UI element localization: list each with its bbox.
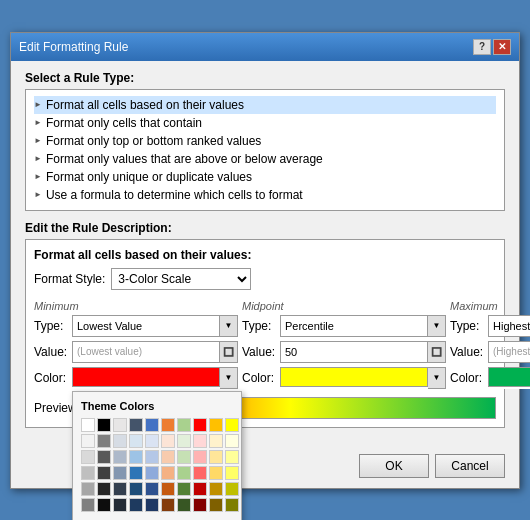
theme-color-cell[interactable] [145,434,159,448]
theme-color-cell[interactable] [129,482,143,496]
theme-color-cell[interactable] [113,498,127,512]
theme-color-cell[interactable] [145,418,159,432]
theme-color-cell[interactable] [193,482,207,496]
theme-color-cell[interactable] [97,434,111,448]
theme-color-cell[interactable] [129,498,143,512]
minimum-color-dropdown-btn[interactable]: ▼ [220,367,238,389]
minimum-type-select[interactable]: ▼ [72,315,238,337]
midpoint-type-dropdown-btn[interactable]: ▼ [427,316,445,336]
minimum-type-input[interactable] [73,316,219,336]
theme-color-cell[interactable] [81,482,95,496]
minimum-value-field[interactable]: 🔲 [72,341,238,363]
color-picker-popup: Theme Colors Standard Colors More Colors… [72,391,242,521]
rule-item-3[interactable]: Format only values that are above or bel… [34,150,496,168]
midpoint-color-dropdown-btn[interactable]: ▼ [428,367,446,389]
theme-color-cell[interactable] [209,418,223,432]
theme-color-cell[interactable] [209,466,223,480]
maximum-column: Maximum Type: ▼ Value: 🔲 [450,300,530,389]
rule-item-0[interactable]: Format all cells based on their values [34,96,496,114]
format-style-select[interactable]: 3-Color Scale 2-Color Scale Data Bar Ico… [111,268,251,290]
format-style-label: Format Style: [34,272,105,286]
theme-color-cell[interactable] [129,418,143,432]
theme-color-cell[interactable] [177,466,191,480]
theme-color-cell[interactable] [113,418,127,432]
minimum-value-pick-btn[interactable]: 🔲 [219,342,237,362]
theme-color-cell[interactable] [129,466,143,480]
theme-color-cell[interactable] [177,434,191,448]
theme-color-cell[interactable] [113,466,127,480]
theme-color-cell[interactable] [225,498,239,512]
minimum-color-swatch[interactable] [72,367,220,387]
theme-color-cell[interactable] [161,466,175,480]
theme-color-cell[interactable] [161,418,175,432]
midpoint-value-field[interactable]: 🔲 [280,341,446,363]
theme-color-cell[interactable] [209,498,223,512]
midpoint-type-select[interactable]: ▼ [280,315,446,337]
theme-color-cell[interactable] [225,418,239,432]
theme-color-cell[interactable] [81,450,95,464]
theme-color-cell[interactable] [145,498,159,512]
theme-color-cell[interactable] [113,434,127,448]
theme-color-cell[interactable] [225,482,239,496]
rule-item-5[interactable]: Use a formula to determine which cells t… [34,186,496,204]
maximum-type-select[interactable]: ▼ [488,315,530,337]
theme-color-cell[interactable] [81,418,95,432]
theme-color-cell[interactable] [209,482,223,496]
theme-color-cell[interactable] [161,498,175,512]
theme-color-cell[interactable] [97,466,111,480]
minimum-value-input[interactable] [73,342,219,362]
theme-color-cell[interactable] [129,450,143,464]
rule-item-2[interactable]: Format only top or bottom ranked values [34,132,496,150]
midpoint-color-swatch[interactable] [280,367,428,387]
theme-color-cell[interactable] [193,498,207,512]
theme-color-cell[interactable] [225,450,239,464]
midpoint-type-input[interactable] [281,316,427,336]
maximum-color-field[interactable]: ▼ [488,367,530,389]
cancel-button[interactable]: Cancel [435,454,505,478]
maximum-value-field[interactable]: 🔲 [488,341,530,363]
theme-color-cell[interactable] [145,482,159,496]
midpoint-value-input[interactable] [281,342,427,362]
theme-color-cell[interactable] [193,450,207,464]
theme-color-cell[interactable] [81,466,95,480]
theme-color-cell[interactable] [225,466,239,480]
theme-color-cell[interactable] [113,482,127,496]
theme-color-cell[interactable] [193,434,207,448]
minimum-color-field[interactable]: ▼ [72,367,238,389]
theme-color-cell[interactable] [97,482,111,496]
theme-color-cell[interactable] [161,482,175,496]
theme-color-cell[interactable] [161,434,175,448]
maximum-value-input[interactable] [489,342,530,362]
theme-color-cell[interactable] [81,498,95,512]
rule-item-1[interactable]: Format only cells that contain [34,114,496,132]
theme-color-cell[interactable] [161,450,175,464]
theme-color-cell[interactable] [97,450,111,464]
minimum-type-dropdown-btn[interactable]: ▼ [219,316,237,336]
theme-color-cell[interactable] [177,418,191,432]
maximum-type-input[interactable] [489,316,530,336]
maximum-color-swatch[interactable] [488,367,530,387]
rule-item-4[interactable]: Format only unique or duplicate values [34,168,496,186]
theme-color-cell[interactable] [209,434,223,448]
midpoint-color-field[interactable]: ▼ [280,367,446,389]
theme-color-cell[interactable] [97,418,111,432]
maximum-value-label: Value: [450,345,488,359]
ok-button[interactable]: OK [359,454,429,478]
theme-color-cell[interactable] [177,498,191,512]
midpoint-value-pick-btn[interactable]: 🔲 [427,342,445,362]
theme-color-cell[interactable] [145,466,159,480]
theme-color-cell[interactable] [113,450,127,464]
theme-color-cell[interactable] [177,450,191,464]
theme-color-cell[interactable] [209,450,223,464]
theme-color-cell[interactable] [193,466,207,480]
theme-color-cell[interactable] [193,418,207,432]
rule-type-label: Select a Rule Type: [25,71,505,85]
theme-color-cell[interactable] [177,482,191,496]
theme-color-cell[interactable] [129,434,143,448]
theme-color-cell[interactable] [145,450,159,464]
theme-color-cell[interactable] [225,434,239,448]
help-button[interactable]: ? [473,39,491,55]
theme-color-cell[interactable] [81,434,95,448]
theme-color-cell[interactable] [97,498,111,512]
close-button[interactable]: ✕ [493,39,511,55]
